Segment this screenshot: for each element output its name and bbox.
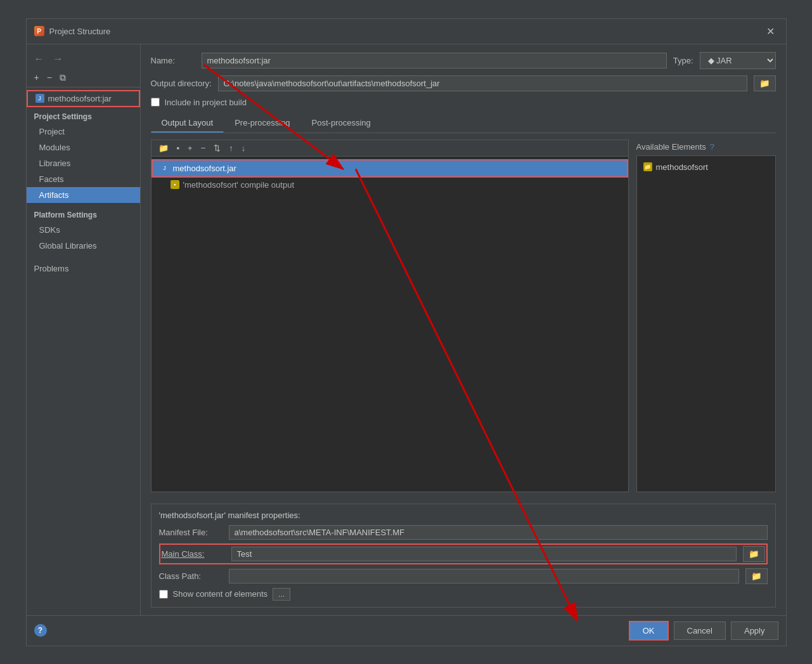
apply-button[interactable]: Apply bbox=[731, 622, 778, 640]
title-bar-left: P Project Structure bbox=[34, 26, 111, 36]
nav-back-fwd: ← → bbox=[27, 49, 140, 68]
manifest-title: 'methodsofsort.jar' manifest properties: bbox=[159, 511, 768, 520]
classpath-input[interactable] bbox=[229, 569, 739, 583]
close-button[interactable]: ✕ bbox=[763, 24, 778, 39]
output-dir-row: Output directory: 📁 bbox=[151, 75, 776, 91]
manifest-file-input[interactable] bbox=[229, 525, 768, 540]
project-settings-label: Project Settings bbox=[27, 107, 140, 124]
ok-button[interactable]: OK bbox=[629, 621, 669, 641]
output-dir-browse-button[interactable]: 📁 bbox=[754, 75, 776, 91]
tree-child-item[interactable]: ▪ 'methodsofsort' compile output bbox=[151, 178, 628, 192]
available-elements-help-icon[interactable]: ? bbox=[710, 142, 714, 152]
bottom-bar: ? OK Cancel Apply bbox=[27, 615, 786, 646]
layout-jar-button[interactable]: ▪ bbox=[174, 142, 183, 154]
artifact-jar-icon: J bbox=[35, 94, 44, 103]
available-elements-tree: 📁 methodsofsort bbox=[636, 155, 776, 492]
layout-up-button[interactable]: ↑ bbox=[226, 142, 236, 154]
manifest-file-row: Manifest File: bbox=[159, 525, 768, 540]
forward-button[interactable]: → bbox=[51, 52, 66, 66]
classpath-row: Class Path: 📁 bbox=[159, 568, 768, 584]
tab-post-processing[interactable]: Post-processing bbox=[301, 114, 382, 133]
layout-sort-button[interactable]: ⇅ bbox=[210, 142, 224, 154]
available-elements-label: Available Elements ? bbox=[636, 140, 776, 155]
layout-tree-panel: 📁 ▪ + − ⇅ ↑ ↓ J methodsofsort.jar bbox=[151, 140, 629, 492]
add-artifact-button[interactable]: + bbox=[32, 71, 42, 84]
layout-down-button[interactable]: ↓ bbox=[238, 142, 249, 154]
include-build-label: Include in project build bbox=[165, 98, 247, 107]
sidebar-item-sdks[interactable]: SDKs bbox=[27, 222, 140, 238]
avail-folder-icon: 📁 bbox=[643, 162, 652, 171]
name-label: Name: bbox=[151, 56, 195, 65]
back-button[interactable]: ← bbox=[32, 52, 47, 66]
sidebar-item-problems[interactable]: Problems bbox=[27, 254, 140, 276]
avail-item-methodsofsort[interactable]: 📁 methodsofsort bbox=[641, 160, 771, 174]
sidebar-item-global-libraries[interactable]: Global Libraries bbox=[27, 238, 140, 254]
layout-remove-button[interactable]: − bbox=[198, 142, 209, 154]
title-bar: P Project Structure ✕ bbox=[27, 19, 786, 44]
manifest-section: 'methodsofsort.jar' manifest properties:… bbox=[151, 504, 776, 608]
classpath-browse-button[interactable]: 📁 bbox=[745, 568, 768, 584]
type-select[interactable]: ◆ JAR bbox=[700, 52, 776, 69]
platform-settings-label: Platform Settings bbox=[27, 203, 140, 222]
tree-root-label: methodsofsort.jar bbox=[173, 164, 236, 173]
sidebar-item-modules[interactable]: Modules bbox=[27, 140, 140, 155]
app-icon: P bbox=[34, 26, 44, 36]
output-dir-label: Output directory: bbox=[151, 79, 212, 88]
show-content-row: Show content of elements ... bbox=[159, 588, 768, 601]
layout-add-button[interactable]: + bbox=[184, 142, 196, 154]
sidebar: ← → + − ⧉ J methodsofsort:jar Project Se… bbox=[27, 44, 141, 615]
show-content-checkbox[interactable] bbox=[159, 590, 168, 599]
project-structure-dialog: P Project Structure ✕ ← → + − ⧉ J method… bbox=[26, 18, 787, 646]
bottom-right: OK Cancel Apply bbox=[629, 621, 778, 641]
layout-toolbar: 📁 ▪ + − ⇅ ↑ ↓ bbox=[151, 140, 628, 157]
jar-icon: J bbox=[160, 164, 169, 173]
sidebar-item-facets[interactable]: Facets bbox=[27, 171, 140, 187]
remove-artifact-button[interactable]: − bbox=[44, 71, 55, 84]
sidebar-item-artifacts[interactable]: Artifacts bbox=[27, 187, 140, 203]
content-area: ← → + − ⧉ J methodsofsort:jar Project Se… bbox=[27, 44, 786, 615]
dialog-title: Project Structure bbox=[49, 27, 111, 36]
output-dir-input[interactable] bbox=[218, 75, 747, 91]
help-button[interactable]: ? bbox=[34, 624, 47, 637]
layout-tree: J methodsofsort.jar ▪ 'methodsofsort' co… bbox=[151, 157, 628, 491]
main-class-input[interactable] bbox=[231, 547, 737, 561]
sidebar-item-project[interactable]: Project bbox=[27, 124, 140, 140]
main-class-label: Main Class: bbox=[162, 549, 225, 559]
layout-add-folder-button[interactable]: 📁 bbox=[155, 142, 172, 154]
copy-artifact-button[interactable]: ⧉ bbox=[57, 71, 68, 84]
main-class-row: Main Class: 📁 bbox=[159, 544, 768, 564]
name-type-row: Name: Type: ◆ JAR bbox=[151, 52, 776, 69]
main-class-browse-button[interactable]: 📁 bbox=[743, 546, 765, 562]
include-build-checkbox[interactable] bbox=[151, 98, 160, 107]
compile-output-icon: ▪ bbox=[171, 180, 179, 189]
more-button[interactable]: ... bbox=[273, 588, 290, 601]
manifest-file-label: Manifest File: bbox=[159, 528, 222, 537]
bottom-left: ? bbox=[34, 624, 47, 637]
output-tabs: Output Layout Pre-processing Post-proces… bbox=[151, 114, 776, 133]
avail-item-label: methodsofsort bbox=[656, 162, 708, 172]
tree-child-label: 'methodsofsort' compile output bbox=[183, 180, 295, 190]
artifact-name: methodsofsort:jar bbox=[48, 94, 112, 103]
type-label: Type: bbox=[673, 56, 693, 65]
artifact-list-item[interactable]: J methodsofsort:jar bbox=[27, 90, 140, 107]
name-input[interactable] bbox=[202, 53, 667, 68]
show-content-label: Show content of elements bbox=[173, 589, 268, 599]
tree-root-item[interactable]: J methodsofsort.jar bbox=[151, 159, 628, 178]
artifact-toolbar: + − ⧉ bbox=[27, 68, 140, 88]
sidebar-item-libraries[interactable]: Libraries bbox=[27, 155, 140, 171]
classpath-label: Class Path: bbox=[159, 571, 222, 581]
tab-pre-processing[interactable]: Pre-processing bbox=[224, 114, 300, 133]
available-elements-panel: Available Elements ? 📁 methodsofsort bbox=[636, 140, 776, 492]
include-build-row: Include in project build bbox=[151, 98, 776, 107]
main-panel: Name: Type: ◆ JAR Output directory: 📁 In… bbox=[141, 44, 786, 615]
cancel-button[interactable]: Cancel bbox=[674, 622, 726, 640]
output-layout-area: 📁 ▪ + − ⇅ ↑ ↓ J methodsofsort.jar bbox=[151, 140, 776, 492]
tab-output-layout[interactable]: Output Layout bbox=[151, 114, 224, 133]
